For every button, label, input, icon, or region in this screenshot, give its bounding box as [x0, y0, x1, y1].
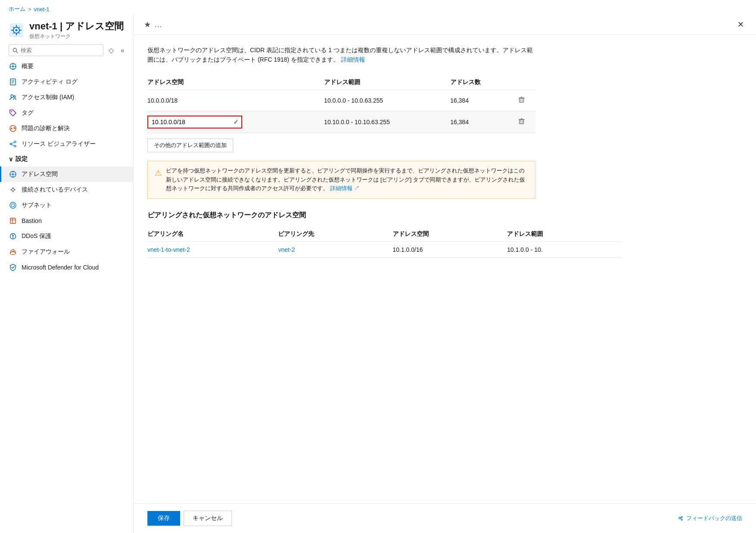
- defender-icon: [9, 263, 17, 272]
- col-address-space: アドレス空間: [147, 75, 324, 90]
- svg-point-14: [12, 66, 14, 67]
- svg-point-2: [16, 29, 18, 31]
- search-icon: [12, 47, 18, 53]
- tags-icon: [9, 109, 17, 117]
- sidebar-label-subnets: サブネット: [22, 201, 52, 209]
- content-inner: 仮想ネットワークのアドレス空間は、CIDR 表記に指定されている 1 つまたは複…: [134, 35, 756, 503]
- more-icon[interactable]: …: [154, 20, 162, 29]
- vnet-icon: [9, 22, 24, 38]
- peering-address-range: 10.1.0.0 - 10.: [507, 242, 622, 258]
- warning-box: ⚠ ピアを持つ仮想ネットワークのアドレス空間を更新すると、ピアリングで同期操作を…: [147, 161, 535, 199]
- activity-log-icon: [9, 78, 17, 86]
- delete-row-1-button[interactable]: [515, 94, 528, 107]
- sidebar-item-visualizer[interactable]: リソース ビジュアライザー: [0, 136, 133, 152]
- close-button[interactable]: ✕: [734, 18, 747, 31]
- svg-point-65: [679, 517, 681, 519]
- sidebar-label-bastion: Bastion: [22, 217, 42, 224]
- search-input[interactable]: [21, 47, 100, 53]
- breadcrumb-sep: >: [28, 6, 31, 13]
- svg-point-42: [12, 188, 14, 191]
- settings-section[interactable]: ∨ 設定: [0, 152, 133, 166]
- collapse-icon[interactable]: «: [119, 45, 126, 56]
- add-range-button[interactable]: その他のアドレス範囲の追加: [147, 138, 233, 152]
- address-range-value-1: 10.0.0.0 - 10.0.63.255: [324, 90, 450, 111]
- page-title: vnet-1 | アドレス空間: [29, 21, 124, 32]
- star-icon[interactable]: ★: [144, 20, 151, 29]
- address-space-icon: [9, 170, 17, 179]
- sidebar-item-subnets[interactable]: サブネット: [0, 198, 133, 213]
- table-row: 10.0.0.0/18 10.0.0.0 - 10.0.63.255 16,38…: [147, 90, 535, 111]
- svg-line-35: [12, 144, 14, 146]
- sidebar-item-overview[interactable]: 概要: [0, 59, 133, 74]
- svg-line-68: [681, 517, 681, 518]
- breadcrumb-home[interactable]: ホーム: [9, 5, 25, 13]
- ddos-icon: [9, 232, 17, 241]
- warning-link[interactable]: 詳細情報 ↗: [330, 185, 360, 191]
- connected-devices-icon: [9, 185, 17, 194]
- cancel-button[interactable]: キャンセル: [184, 511, 232, 526]
- sidebar-item-diagnose[interactable]: 問題の診断と解決: [0, 121, 133, 136]
- sidebar-label-visualizer: リソース ビジュアライザー: [22, 140, 96, 148]
- sidebar-label-firewall: ファイアウォール: [22, 248, 70, 256]
- content-header: ★ … ✕: [134, 15, 756, 35]
- delete-row-2-button[interactable]: [515, 116, 528, 128]
- sidebar-label-activity-log: アクティビティ ログ: [22, 78, 78, 86]
- col-peering-address-range: アドレス範囲: [507, 227, 622, 242]
- col-peering-address-space: アドレス空間: [393, 227, 507, 242]
- breadcrumb: ホーム > vnet-1: [0, 0, 756, 15]
- diagnose-icon: [9, 124, 17, 133]
- save-button[interactable]: 保存: [147, 511, 180, 526]
- col-address-count: アドレス数: [450, 75, 515, 90]
- sidebar-label-overview: 概要: [22, 63, 34, 70]
- svg-rect-55: [519, 98, 524, 102]
- description-link[interactable]: 詳細情報: [341, 56, 365, 63]
- svg-point-47: [10, 202, 16, 208]
- description-text: 仮想ネットワークのアドレス空間は、CIDR 表記に指定されている 1 つまたは複…: [147, 45, 535, 65]
- sidebar-item-defender[interactable]: Microsoft Defender for Cloud: [0, 260, 133, 275]
- sidebar-item-address-space[interactable]: アドレス空間: [0, 166, 133, 182]
- sidebar-header: vnet-1 | アドレス空間 仮想ネットワーク: [0, 15, 133, 44]
- svg-point-33: [14, 145, 16, 147]
- sidebar: vnet-1 | アドレス空間 仮想ネットワーク ◇ «: [0, 15, 134, 533]
- check-icon: ✓: [233, 118, 239, 126]
- overview-icon: [9, 62, 17, 71]
- svg-rect-60: [519, 120, 524, 124]
- svg-point-24: [14, 96, 16, 97]
- peering-name-link[interactable]: vnet-1-to-vnet-2: [147, 246, 190, 253]
- breadcrumb-current[interactable]: vnet-1: [34, 6, 50, 13]
- sidebar-label-diagnose: 問題の診断と解決: [22, 125, 70, 132]
- svg-point-48: [12, 204, 15, 207]
- footer-bar: 保存 キャンセル フィードバックの送信: [134, 503, 756, 533]
- sidebar-item-tags[interactable]: タグ: [0, 105, 133, 121]
- sidebar-item-access-control[interactable]: アクセス制御 (IAM): [0, 90, 133, 105]
- subnets-icon: [9, 201, 17, 210]
- visualizer-icon: [9, 140, 17, 148]
- svg-line-12: [16, 51, 18, 53]
- sidebar-item-activity-log[interactable]: アクティビティ ログ: [0, 74, 133, 90]
- feedback-label: フィードバックの送信: [686, 514, 742, 522]
- warning-text: ピアを持つ仮想ネットワークのアドレス空間を更新すると、ピアリングで同期操作を実行…: [166, 166, 528, 193]
- svg-line-69: [681, 518, 681, 520]
- table-row: ✓ 10.10.0.0 - 10.10.63.255 16,384: [147, 111, 535, 133]
- peering-dest-link[interactable]: vnet-2: [278, 246, 295, 253]
- content-area: ★ … ✕ 仮想ネットワークのアドレス空間は、CIDR 表記に指定されている 1…: [134, 15, 756, 533]
- svg-rect-49: [10, 218, 16, 223]
- col-peering-name: ピアリング名: [147, 227, 278, 242]
- bastion-icon: [9, 216, 17, 225]
- firewall-icon: [9, 248, 17, 256]
- col-peering-dest: ピアリング先: [278, 227, 393, 242]
- sidebar-item-connected-devices[interactable]: 接続されているデバイス: [0, 182, 133, 198]
- svg-point-23: [11, 95, 13, 97]
- peering-address-space: 10.1.0.0/16: [393, 242, 507, 258]
- sidebar-item-ddos[interactable]: DDoS 保護: [0, 229, 133, 244]
- pin-icon[interactable]: ◇: [107, 44, 116, 56]
- address-count-value-2: 16,384: [450, 111, 515, 133]
- peering-section: ピアリングされた仮想ネットワークのアドレス空間 ピアリング名 ピアリング先 アド…: [147, 211, 622, 258]
- search-box[interactable]: [9, 44, 103, 56]
- sidebar-label-ddos: DDoS 保護: [22, 232, 51, 240]
- feedback-link[interactable]: フィードバックの送信: [677, 514, 742, 522]
- address-space-input[interactable]: [147, 116, 242, 129]
- sidebar-item-bastion[interactable]: Bastion: [0, 213, 133, 229]
- sidebar-item-firewall[interactable]: ファイアウォール: [0, 244, 133, 260]
- warning-icon: ⚠: [155, 167, 162, 179]
